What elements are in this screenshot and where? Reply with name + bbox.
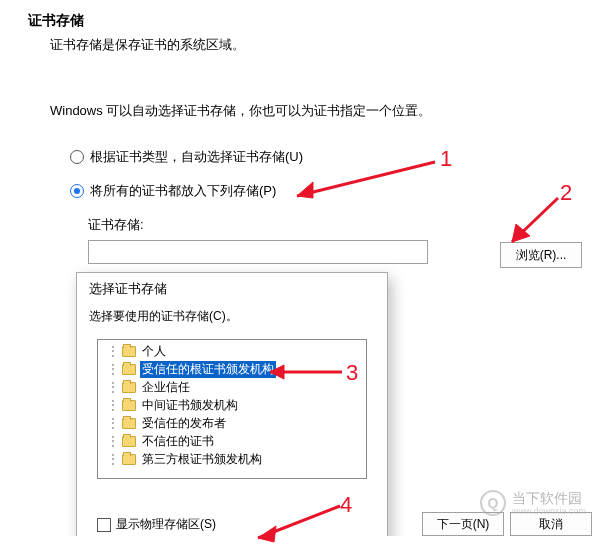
dialog-title: 选择证书存储 (77, 273, 387, 304)
tree-connector-icon: ⋮ (104, 452, 122, 466)
radio-manual-label: 将所有的证书都放入下列存储(P) (90, 182, 276, 200)
tree-item-label: 受信任的根证书颁发机构 (140, 361, 276, 378)
folder-icon (122, 436, 136, 447)
tree-item[interactable]: ⋮个人 (98, 342, 366, 360)
radio-icon (70, 150, 84, 164)
folder-icon (122, 418, 136, 429)
radio-icon (70, 184, 84, 198)
tree-connector-icon: ⋮ (104, 434, 122, 448)
arrow-3 (260, 362, 350, 382)
radio-auto-label: 根据证书类型，自动选择证书存储(U) (90, 148, 303, 166)
page-description: 证书存储是保存证书的系统区域。 (50, 36, 572, 54)
watermark-text: 当下软件园 (512, 490, 582, 506)
dialog-instruction: 选择要使用的证书存储(C)。 (77, 304, 387, 335)
tree-item-label: 中间证书颁发机构 (140, 397, 240, 414)
tree-item-label: 受信任的发布者 (140, 415, 228, 432)
watermark-sub: www.downxia.com (512, 506, 586, 516)
arrow-1 (285, 158, 445, 208)
show-physical-checkbox[interactable]: 显示物理存储区(S) (97, 516, 216, 533)
tree-item-label: 个人 (140, 343, 168, 360)
tree-item-label: 不信任的证书 (140, 433, 216, 450)
watermark: Q 当下软件园 www.downxia.com (480, 490, 586, 516)
checkbox-icon (97, 518, 111, 532)
folder-icon (122, 400, 136, 411)
page-title: 证书存储 (28, 12, 572, 30)
svg-marker-1 (297, 182, 313, 198)
watermark-icon: Q (480, 490, 506, 516)
show-physical-label: 显示物理存储区(S) (116, 516, 216, 533)
tree-connector-icon: ⋮ (104, 380, 122, 394)
page-instruction: Windows 可以自动选择证书存储，你也可以为证书指定一个位置。 (50, 102, 572, 120)
tree-connector-icon: ⋮ (104, 344, 122, 358)
svg-line-0 (297, 162, 435, 196)
svg-marker-5 (270, 365, 284, 379)
arrow-4 (248, 500, 348, 544)
folder-icon (122, 364, 136, 375)
store-field-label: 证书存储: (88, 216, 572, 234)
tree-item[interactable]: ⋮受信任的发布者 (98, 414, 366, 432)
arrow-2 (502, 192, 572, 252)
tree-item-label: 第三方根证书颁发机构 (140, 451, 264, 468)
tree-item[interactable]: ⋮第三方根证书颁发机构 (98, 450, 366, 468)
tree-item[interactable]: ⋮不信任的证书 (98, 432, 366, 450)
tree-item-label: 企业信任 (140, 379, 192, 396)
tree-connector-icon: ⋮ (104, 362, 122, 376)
folder-icon (122, 382, 136, 393)
svg-marker-7 (258, 526, 276, 542)
folder-icon (122, 346, 136, 357)
tree-connector-icon: ⋮ (104, 416, 122, 430)
tree-connector-icon: ⋮ (104, 398, 122, 412)
store-tree[interactable]: ⋮个人⋮受信任的根证书颁发机构⋮企业信任⋮中间证书颁发机构⋮受信任的发布者⋮不信… (97, 339, 367, 479)
tree-item[interactable]: ⋮中间证书颁发机构 (98, 396, 366, 414)
folder-icon (122, 454, 136, 465)
store-input[interactable] (88, 240, 428, 264)
